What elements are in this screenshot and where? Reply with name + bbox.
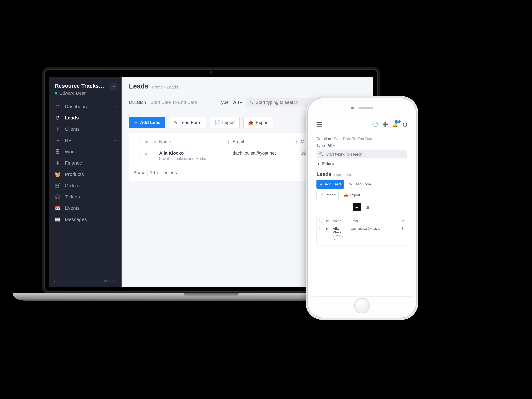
page-title: Leads (129, 82, 148, 90)
user-name: Edward Dean (59, 91, 87, 96)
m-col-id[interactable]: Id (325, 217, 332, 225)
entries-label: entries (163, 170, 177, 175)
file-import-icon: 📄 (320, 193, 324, 197)
m-cell-email[interactable]: dach.louisa@yost.net (349, 225, 401, 243)
sidebar-item-hr[interactable]: ⚭ HR › (49, 135, 121, 146)
file-export-icon: 📤 (248, 120, 254, 125)
m-cell-company: Kuvalis, Jenkins (333, 234, 348, 241)
m-breadcrumb: Home • Leads (334, 173, 354, 177)
pencil-icon: ✎ (349, 182, 352, 186)
headset-icon: 🎧 (55, 194, 60, 200)
sidebar-item-label: Messages (65, 217, 87, 222)
m-add-lead-button[interactable]: ＋ Add Lead (317, 180, 344, 189)
list-view-button[interactable]: ≣ (353, 203, 361, 211)
sort-icon: ▲▼ (154, 139, 157, 144)
chart-icon: ⇡ (55, 127, 60, 132)
sidebar-item-label: Clients (65, 127, 80, 132)
breadcrumb: Home • Leads (152, 85, 178, 90)
clock-icon[interactable]: 🕘 (372, 121, 378, 127)
chevron-right-icon: › (115, 138, 116, 143)
chevron-right-icon: › (115, 161, 116, 165)
home-icon: ⬠ (55, 104, 60, 109)
sidebar-item-products[interactable]: 🧺 Products (49, 169, 121, 180)
m-type-label: Type (317, 143, 325, 148)
col-name[interactable]: Name▲▼ (158, 136, 231, 147)
m-col-email[interactable]: Email (349, 217, 401, 225)
phone-home-button[interactable] (354, 298, 370, 313)
m-lead-form-button[interactable]: ✎ Lead Form (346, 180, 374, 189)
m-duration-label: Duration (317, 137, 331, 141)
chevron-down-icon: ▾ (240, 101, 242, 104)
notifications-button[interactable]: 🔔25 (393, 121, 398, 127)
m-leads-table: Id Name Email M 6 Alia Klocko Kuva (319, 217, 405, 243)
sidebar-item-label: Tickets (65, 194, 80, 200)
sidebar-item-label: Work (65, 149, 76, 154)
select-all-checkbox[interactable] (135, 139, 139, 143)
sidebar-item-leads[interactable]: ⚇ Leads (49, 112, 121, 123)
sidebar-item-finance[interactable]: $ Finance › (49, 157, 121, 169)
m-cell-name: Alia Klocko (333, 227, 348, 234)
chevron-down-icon: ▾ (333, 145, 335, 147)
sidebar-item-events[interactable]: 📅 Events (49, 203, 121, 214)
sidebar-item-label: Products (65, 171, 84, 177)
m-cell-mobile[interactable]: 3 (402, 227, 403, 230)
collapse-sidebar-button[interactable]: ‹ (54, 279, 55, 284)
m-col-mobile[interactable]: M (401, 217, 405, 225)
file-export-icon: 📤 (344, 193, 348, 197)
col-id[interactable]: Id▲▼ (143, 136, 158, 147)
power-icon[interactable]: ⏻ (403, 121, 407, 127)
sidebar-item-messages[interactable]: 📰 Messages (49, 214, 121, 225)
type-select[interactable]: All ▾ (233, 100, 242, 105)
cart-icon: 🛒 (55, 183, 60, 188)
message-icon: 📰 (55, 217, 60, 222)
button-label: Lead Form (354, 182, 371, 186)
button-label: Import (222, 120, 235, 125)
m-search-input[interactable] (326, 152, 405, 157)
m-search-box[interactable]: 🔍 (317, 150, 407, 158)
add-icon[interactable]: ➕ (382, 121, 388, 127)
m-type-select[interactable]: All ▾ (327, 143, 335, 148)
duration-input[interactable]: Start Date To End Date (151, 100, 197, 105)
person-icon: ⚇ (55, 115, 60, 120)
app-version: v5.2.91 (104, 279, 117, 283)
sidebar-item-work[interactable]: 🗄 Work › (49, 146, 121, 157)
sidebar-item-tickets[interactable]: 🎧 Tickets (49, 191, 121, 203)
m-export-button[interactable]: 📤 Export (341, 191, 363, 199)
front-camera-icon (351, 107, 354, 109)
m-table-row[interactable]: 6 Alia Klocko Kuvalis, Jenkins dach.loui… (319, 225, 405, 243)
m-row-checkbox[interactable] (320, 227, 323, 230)
current-user[interactable]: Edward Dean (55, 91, 116, 96)
notification-badge: 25 (395, 120, 401, 123)
sidebar-item-label: Dashboard (65, 104, 89, 109)
row-checkbox[interactable] (135, 151, 139, 155)
m-filters-button[interactable]: ▼ Filters (317, 161, 407, 166)
calendar-icon: 📅 (55, 206, 60, 211)
cell-email[interactable]: dach.louisa@yost.net (231, 147, 299, 165)
sidebar-item-clients[interactable]: ⇡ Clients (49, 123, 121, 135)
cell-id: 6 (143, 147, 158, 165)
import-button[interactable]: 📄 Import (210, 117, 240, 128)
sidebar-item-orders[interactable]: 🛒 Orders (49, 180, 121, 191)
per-page-select[interactable]: 10 ▴▾ (147, 169, 160, 176)
app-brand: Resource Tracks… (55, 83, 116, 89)
sort-arrows-icon: ▴▾ (157, 171, 158, 175)
m-type-value: All (327, 143, 332, 148)
laptop-hinge-notch (184, 293, 239, 296)
m-duration-input[interactable]: Start Date To End Date (334, 137, 373, 141)
pencil-icon: ✎ (174, 120, 178, 125)
plus-icon: ＋ (134, 120, 138, 126)
lead-form-button[interactable]: ✎ Lead Form (169, 117, 206, 128)
m-import-button[interactable]: 📄 Import (317, 191, 339, 199)
grid-view-button[interactable]: ▥ (363, 203, 371, 211)
menu-button[interactable] (317, 122, 322, 127)
m-col-name[interactable]: Name (332, 217, 349, 225)
app-logo-icon: ✦ (110, 83, 117, 90)
sidebar-item-label: Orders (65, 183, 80, 188)
sidebar-item-label: Events (65, 205, 80, 211)
col-email[interactable]: Email▲▼ (231, 136, 299, 147)
sidebar-item-dashboard[interactable]: ⬠ Dashboard › (49, 101, 121, 112)
export-button[interactable]: 📤 Export (243, 117, 273, 128)
add-lead-button[interactable]: ＋ Add Lead (129, 117, 165, 128)
briefcase-icon: 🗄 (55, 149, 60, 154)
m-select-all-checkbox[interactable] (320, 219, 323, 222)
